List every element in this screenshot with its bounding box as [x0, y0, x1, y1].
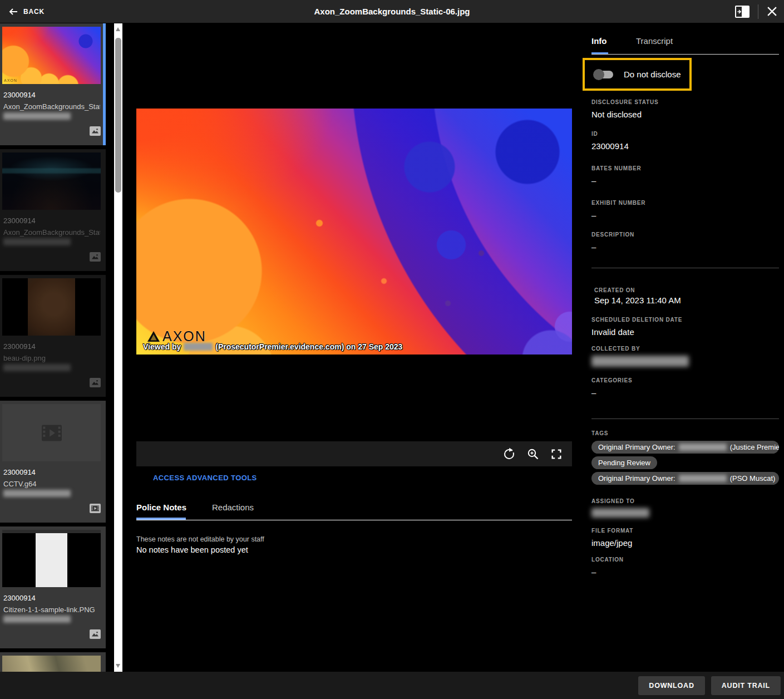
field-label: ASSIGNED TO [591, 498, 779, 504]
field-value: Invalid date [591, 327, 779, 337]
field-value: – [591, 176, 779, 185]
tab-redactions[interactable]: Redactions [212, 503, 254, 512]
tag-chips: Original Primary Owner: (Justice Premier… [591, 441, 779, 488]
rotate-icon [502, 447, 516, 461]
axon-delta-icon [147, 331, 160, 342]
redacted-owner-bar [3, 112, 71, 120]
redacted-collected-by [591, 356, 689, 367]
field-label: LOCATION [591, 557, 779, 563]
image-type-icon [90, 629, 101, 641]
field-label: EXHIBIT NUMBER [591, 200, 779, 206]
download-button[interactable]: DOWNLOAD [638, 676, 704, 695]
zoom-in-icon [526, 447, 540, 461]
thumbnail-item-2[interactable]: 23000914 Axon_ZoomBackgrounds_Stati… [0, 149, 106, 271]
field-label: COLLECTED BY [591, 346, 779, 352]
field-label: DESCRIPTION [591, 232, 779, 238]
footer-bar: DOWNLOAD AUDIT TRAIL [0, 672, 784, 699]
evidence-filename: Axon_ZoomBackgrounds_Stati… [3, 228, 100, 237]
field-bates-number: BATES NUMBER – [591, 165, 779, 185]
fullscreen-button[interactable] [549, 447, 564, 461]
audit-trail-button[interactable]: AUDIT TRAIL [711, 676, 781, 695]
field-id: ID 23000914 [591, 131, 779, 151]
tag-chip-owner-justice[interactable]: Original Primary Owner: (Justice Premier… [591, 441, 779, 454]
evidence-id: 23000914 [3, 594, 36, 602]
field-value: – [591, 388, 779, 397]
field-assigned-to: ASSIGNED TO [591, 498, 779, 518]
field-value: Not disclosed [591, 110, 779, 119]
redacted-tag-name [679, 475, 727, 482]
thumbnail-image-oil: AXON [2, 27, 101, 84]
file-title: Axon_ZoomBackgrounds_Static-06.jpg [0, 0, 784, 23]
evidence-image-view: AXON Viewed by(ProsecutorPremier.evidenc… [136, 109, 572, 355]
evidence-id: 23000914 [3, 468, 36, 476]
zoom-in-button[interactable] [525, 446, 541, 462]
scrollbar-thumb[interactable] [115, 38, 121, 193]
access-advanced-tools-link[interactable]: ACCESS ADVANCED TOOLS [153, 474, 257, 482]
field-value: image/jpeg [591, 538, 779, 548]
image-type-icon [90, 378, 101, 390]
do-not-disclose-toggle[interactable] [594, 71, 613, 78]
scroll-down-arrow[interactable] [116, 664, 120, 668]
field-label: SCHEDULED DELETION DATE [591, 317, 779, 323]
scroll-up-arrow[interactable] [116, 27, 120, 31]
thumbnail-image-arena [2, 152, 101, 210]
redacted-tag-name [679, 444, 727, 451]
field-value: – [591, 242, 779, 252]
image-type-icon [90, 126, 101, 138]
rotate-button[interactable] [501, 446, 517, 462]
tab-police-notes[interactable]: Police Notes [136, 503, 186, 512]
field-collected-by: COLLECTED BY [591, 346, 779, 367]
thumbnail-item-5[interactable]: 23000914 Citizen-1-1-sample-link.PNG [0, 526, 106, 648]
evidence-thumbnail-list: AXON 23000914 Axon_ZoomBackgrounds_Stati… [0, 23, 106, 699]
field-value: – [591, 567, 779, 577]
redacted-assigned-to [591, 508, 649, 518]
evidence-id: 23000914 [3, 342, 36, 351]
field-location: LOCATION – [591, 557, 779, 577]
collapse-panel-button[interactable] [734, 4, 751, 19]
evidence-id: 23000914 [3, 216, 36, 225]
collapse-panel-icon [735, 6, 750, 18]
close-button[interactable] [766, 5, 778, 18]
do-not-disclose-label: Do not disclose [624, 70, 681, 79]
field-created-on: CREATED ON Sep 14, 2023 11:40 AM [591, 287, 779, 305]
field-value: – [591, 210, 779, 220]
top-bar: BACK Axon_ZoomBackgrounds_Static-06.jpg [0, 0, 784, 23]
image-type-icon [90, 252, 101, 264]
field-categories: CATEGORIES – [591, 377, 779, 397]
tab-info[interactable]: Info [591, 36, 607, 46]
tab-transcript[interactable]: Transcript [636, 36, 673, 46]
sidebar-scrollbar[interactable] [114, 23, 122, 672]
thumbnail-image-phone [2, 530, 101, 587]
evidence-filename: Citizen-1-1-sample-link.PNG [3, 606, 100, 614]
fullscreen-icon [550, 448, 563, 460]
do-not-disclose-highlight: Do not disclose [583, 58, 692, 91]
redacted-owner-bar [3, 490, 71, 497]
video-type-icon [90, 504, 101, 515]
tabs-divider [136, 520, 572, 520]
field-description: DESCRIPTION – [591, 232, 779, 252]
field-label: BATES NUMBER [591, 165, 779, 171]
redacted-owner-bar [3, 364, 71, 371]
field-label: ID [591, 131, 779, 137]
panel-section-divider [591, 419, 779, 419]
field-scheduled-deletion-date: SCHEDULED DELETION DATE Invalid date [591, 317, 779, 337]
tag-chip-owner-pso[interactable]: Original Primary Owner: (PSO Muscat) [591, 472, 779, 485]
evidence-id: 23000914 [3, 91, 36, 99]
notes-empty-text: No notes have been posted yet [136, 545, 248, 554]
tag-chip-pending-review[interactable]: Pending Review [591, 456, 657, 469]
field-value: Sep 14, 2023 11:40 AM [594, 296, 779, 305]
thumbnail-video-placeholder [2, 404, 101, 461]
field-file-format: FILE FORMAT image/jpeg [591, 528, 779, 548]
toolbar-divider [758, 4, 758, 19]
thumbnail-item-1[interactable]: AXON 23000914 Axon_ZoomBackgrounds_Stati… [0, 23, 106, 145]
thumbnail-item-4[interactable]: 23000914 CCTV.g64 [0, 401, 106, 523]
field-disclosure-status: DISCLOSURE STATUS Not disclosed [591, 99, 779, 119]
axon-logo: AXON [147, 330, 402, 342]
viewer-toolbar [136, 441, 572, 466]
film-placeholder-icon [39, 422, 65, 444]
notes-hint-text: These notes are not editable by your sta… [136, 535, 264, 543]
thumbnail-watermark: AXON [4, 78, 17, 82]
field-label: FILE FORMAT [591, 528, 779, 534]
thumbnail-item-3[interactable]: 23000914 beau-dip.png [0, 275, 106, 397]
field-label: TAGS [591, 430, 779, 436]
